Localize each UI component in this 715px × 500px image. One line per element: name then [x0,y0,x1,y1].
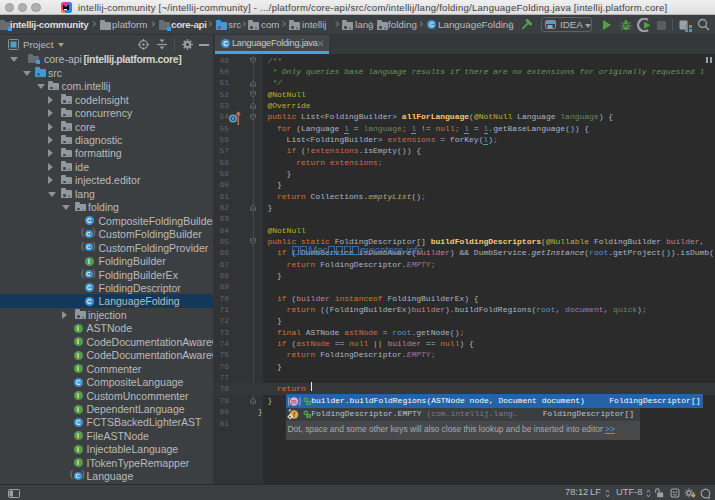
svg-text:m: m [291,398,297,405]
